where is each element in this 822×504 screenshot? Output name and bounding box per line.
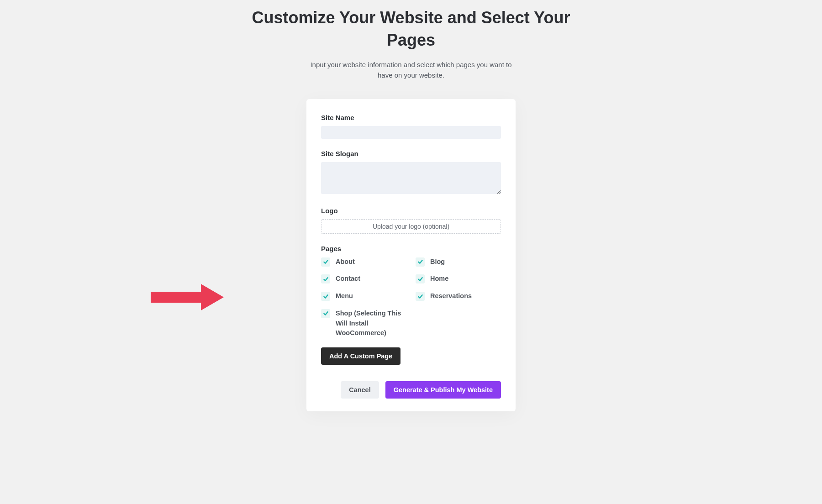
page-item-blog: Blog [416, 257, 501, 267]
site-slogan-input[interactable] [321, 162, 501, 194]
site-name-group: Site Name [321, 114, 501, 139]
annotation-arrow [151, 284, 224, 310]
site-slogan-group: Site Slogan [321, 150, 501, 196]
page-subtitle: Input your website information and selec… [306, 59, 516, 81]
svg-marker-0 [151, 284, 224, 310]
page-item-home: Home [416, 274, 501, 284]
pages-label: Pages [321, 245, 501, 252]
page-item-about: About [321, 257, 406, 267]
add-custom-page-button[interactable]: Add A Custom Page [321, 347, 400, 365]
check-icon [323, 276, 329, 282]
page-label-home: Home [430, 274, 448, 284]
page-item-shop: Shop (Selecting This Will Install WooCom… [321, 309, 406, 338]
arrow-icon [151, 284, 224, 310]
page-label-menu: Menu [336, 291, 353, 301]
button-row: Cancel Generate & Publish My Website [321, 381, 501, 399]
checkbox-reservations[interactable] [416, 292, 425, 301]
cancel-button[interactable]: Cancel [341, 381, 379, 399]
check-icon [323, 259, 329, 265]
check-icon [323, 294, 329, 299]
site-name-input[interactable] [321, 126, 501, 139]
pages-grid: About Blog Contact [321, 257, 501, 339]
check-icon [417, 294, 423, 299]
page-label-reservations: Reservations [430, 291, 472, 301]
logo-upload-button[interactable]: Upload your logo (optional) [321, 219, 501, 234]
check-icon [323, 310, 329, 316]
checkbox-home[interactable] [416, 274, 425, 284]
pages-section: Pages About Blog [321, 245, 501, 339]
logo-label: Logo [321, 207, 501, 215]
check-icon [417, 259, 423, 265]
check-icon [417, 276, 423, 282]
form-card: Site Name Site Slogan Logo Upload your l… [306, 99, 516, 412]
page-item-reservations: Reservations [416, 291, 501, 301]
logo-group: Logo Upload your logo (optional) [321, 207, 501, 234]
page-label-contact: Contact [336, 274, 360, 284]
page-item-menu: Menu [321, 291, 406, 301]
page-label-about: About [336, 257, 355, 267]
generate-button[interactable]: Generate & Publish My Website [385, 381, 501, 399]
checkbox-menu[interactable] [321, 292, 330, 301]
checkbox-blog[interactable] [416, 257, 425, 267]
checkbox-shop[interactable] [321, 309, 330, 318]
page-label-blog: Blog [430, 257, 445, 267]
site-slogan-label: Site Slogan [321, 150, 501, 158]
page-label-shop: Shop (Selecting This Will Install WooCom… [336, 309, 406, 338]
site-name-label: Site Name [321, 114, 501, 121]
checkbox-contact[interactable] [321, 274, 330, 284]
page-item-contact: Contact [321, 274, 406, 284]
checkbox-about[interactable] [321, 257, 330, 267]
page-title: Customize Your Website and Select Your P… [251, 7, 571, 51]
